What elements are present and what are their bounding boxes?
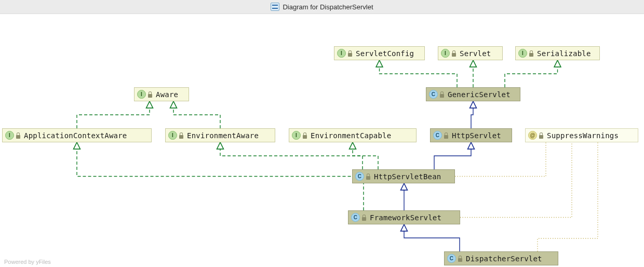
node-HttpServletBean[interactable]: CHttpServletBean xyxy=(352,169,455,183)
edge-ApplicationContextAware-to-Aware xyxy=(77,101,150,128)
lock-icon xyxy=(539,132,544,139)
edge-HttpServletBean-to-EnvironmentCapable xyxy=(353,142,378,169)
node-Serializable[interactable]: ISerializable xyxy=(515,46,600,60)
lock-icon xyxy=(451,50,457,57)
node-EnvironmentCapable[interactable]: IEnvironmentCapable xyxy=(289,128,417,142)
node-HttpServlet[interactable]: CHttpServlet xyxy=(430,128,512,142)
node-label: Servlet xyxy=(460,49,491,58)
lock-icon xyxy=(302,132,307,139)
title-bar: Diagram for DispatcherServlet xyxy=(0,0,644,14)
lock-icon xyxy=(347,50,353,57)
node-label: HttpServlet xyxy=(452,131,501,140)
node-DispatcherServlet[interactable]: CDispatcherServlet xyxy=(444,251,558,265)
edge-HttpServletBean-to-EnvironmentAware xyxy=(220,142,363,169)
edge-DispatcherServlet-to-SuppressWarnings xyxy=(538,142,598,251)
edge-FrameworkServlet-to-ApplicationContextAware xyxy=(77,142,364,210)
interface-badge-icon: I xyxy=(5,131,14,140)
diagram-icon xyxy=(271,3,279,11)
interface-badge-icon: I xyxy=(168,131,177,140)
node-label: EnvironmentCapable xyxy=(311,131,391,140)
node-label: HttpServletBean xyxy=(374,172,441,181)
edge-HttpServletBean-to-SuppressWarnings xyxy=(455,142,546,177)
interface-badge-icon: I xyxy=(518,49,527,58)
edge-GenericServlet-to-Serializable xyxy=(505,60,558,87)
edge-FrameworkServlet-to-SuppressWarnings xyxy=(460,142,572,218)
lock-icon xyxy=(529,50,534,57)
node-ServletConfig[interactable]: IServletConfig xyxy=(334,46,425,60)
lock-icon xyxy=(458,256,463,262)
lock-icon xyxy=(16,132,21,139)
node-EnvironmentAware[interactable]: IEnvironmentAware xyxy=(165,128,275,142)
node-label: Serializable xyxy=(537,49,591,58)
node-Servlet[interactable]: IServlet xyxy=(438,46,503,60)
node-SuppressWarnings[interactable]: @SuppressWarnings xyxy=(525,128,638,142)
class-badge-icon: C xyxy=(351,213,360,222)
node-label: FrameworkServlet xyxy=(370,213,441,222)
node-label: DispatcherServlet xyxy=(466,255,542,263)
lock-icon xyxy=(444,132,449,139)
interface-badge-icon: I xyxy=(292,131,301,140)
edge-HttpServlet-to-GenericServlet xyxy=(471,101,473,128)
lock-icon xyxy=(179,132,184,139)
node-label: SuppressWarnings xyxy=(547,131,619,140)
title-text: Diagram for DispatcherServlet xyxy=(283,3,373,11)
class-badge-icon: C xyxy=(355,172,364,181)
class-badge-icon: C xyxy=(447,254,456,263)
interface-badge-icon: I xyxy=(441,49,450,58)
node-label: ApplicationContextAware xyxy=(24,131,127,140)
node-Aware[interactable]: IAware xyxy=(134,87,189,101)
node-label: Aware xyxy=(156,90,178,99)
edge-EnvironmentAware-to-Aware xyxy=(173,101,220,128)
edge-DispatcherServlet-to-FrameworkServlet xyxy=(404,224,460,251)
class-badge-icon: C xyxy=(433,131,442,140)
lock-icon xyxy=(361,215,367,221)
node-FrameworkServlet[interactable]: CFrameworkServlet xyxy=(348,210,460,224)
diagram-canvas[interactable]: IServletConfigIServletISerializableCGene… xyxy=(0,14,644,267)
interface-badge-icon: I xyxy=(137,90,146,99)
interface-badge-icon: I xyxy=(337,49,346,58)
lock-icon xyxy=(366,173,371,180)
class-badge-icon: C xyxy=(429,90,438,99)
annotation-badge-icon: @ xyxy=(528,131,537,140)
node-label: EnvironmentAware xyxy=(187,131,259,140)
node-ApplicationContextAware[interactable]: IApplicationContextAware xyxy=(2,128,152,142)
edge-GenericServlet-to-ServletConfig xyxy=(380,60,458,87)
node-label: ServletConfig xyxy=(356,49,414,58)
edge-HttpServletBean-to-HttpServlet xyxy=(434,142,471,169)
lock-icon xyxy=(439,91,445,98)
node-GenericServlet[interactable]: CGenericServlet xyxy=(426,87,520,101)
node-label: GenericServlet xyxy=(448,90,511,99)
lock-icon xyxy=(147,91,153,98)
footer-credit: Powered by yFiles xyxy=(4,259,51,265)
